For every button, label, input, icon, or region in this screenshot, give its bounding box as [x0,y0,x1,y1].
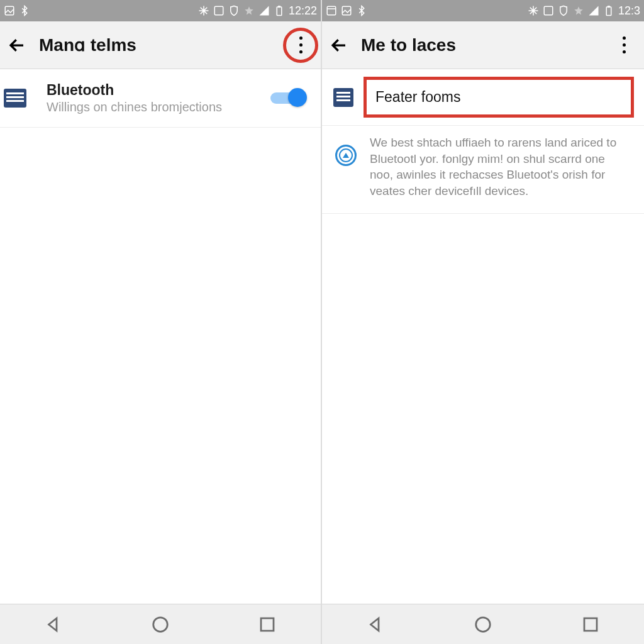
svg-rect-5 [261,618,274,631]
app-bar: Manɑ telms [0,21,321,69]
svg-rect-6 [327,6,336,15]
menu-label-highlighted: Feater fooms [364,77,634,118]
phone-screen-left: 12:22 Manɑ telms Bluetooth Willings on c… [0,0,322,644]
nav-recent-button[interactable] [230,609,305,640]
bluetooth-title: Bluetooth [47,82,270,99]
menu-icon [330,88,357,107]
shield-icon [228,5,240,16]
nfc-icon [543,5,554,16]
shield-icon [558,5,569,16]
nav-back-button[interactable] [338,609,413,640]
nav-bar [0,604,321,644]
svg-rect-8 [544,6,553,15]
svg-rect-1 [214,6,223,15]
page-title: Me to laces [361,35,456,55]
nav-bar [322,604,644,644]
svg-point-11 [476,617,491,631]
signal-icon [588,5,599,16]
app-bar: Me to laces [322,21,644,69]
nfc-icon [213,5,225,16]
nav-home-button[interactable] [445,609,521,640]
more-vert-icon [299,35,303,55]
star-icon [573,5,584,16]
status-clock: 12:22 [289,4,317,18]
bluetooth-subtitle: Willings on chines bromjections [47,100,270,114]
snow-icon [528,5,539,16]
svg-rect-3 [278,6,280,8]
svg-rect-9 [606,7,611,16]
more-vert-icon [623,35,626,55]
phone-screen-right: 12:3 Me to laces Feater fooms We best sh… [322,0,644,644]
info-text: We best shtach uffiaeh to rarens land ar… [361,135,631,199]
bluetooth-row[interactable]: Bluetooth Willings on chines bromjection… [0,69,321,128]
snow-icon [198,5,209,16]
bluetooth-icon [356,5,367,16]
svg-point-4 [153,617,168,631]
info-icon [331,135,361,199]
menu-row-feater[interactable]: Feater fooms [322,69,644,125]
nav-home-button[interactable] [123,609,198,640]
battery-icon [603,5,614,16]
svg-rect-10 [608,6,609,8]
content-area: Bluetooth Willings on chines bromjection… [0,69,321,604]
svg-rect-12 [584,618,597,631]
content-area: Feater fooms We best shtach uffiaeh to r… [322,69,644,604]
battery-icon [274,5,285,16]
svg-rect-2 [277,7,282,16]
back-button[interactable] [4,32,30,58]
signal-icon [258,5,270,16]
status-clock: 12:3 [618,4,640,18]
info-row: We best shtach uffiaeh to rarens land ar… [322,125,644,214]
bluetooth-icon [19,5,30,16]
status-bar: 12:22 [0,0,321,21]
overflow-menu-button[interactable] [610,31,638,59]
window-icon [326,5,337,16]
status-bar: 12:3 [322,0,644,21]
bluetooth-list-icon [10,86,35,111]
image-icon [4,5,15,16]
overflow-menu-button[interactable] [287,31,314,59]
nav-recent-button[interactable] [553,609,628,640]
back-button[interactable] [326,32,352,58]
page-title: Manɑ telms [39,35,136,55]
image-icon [341,5,352,16]
nav-back-button[interactable] [16,609,91,640]
bluetooth-toggle[interactable] [270,89,307,107]
star-icon [243,5,255,16]
